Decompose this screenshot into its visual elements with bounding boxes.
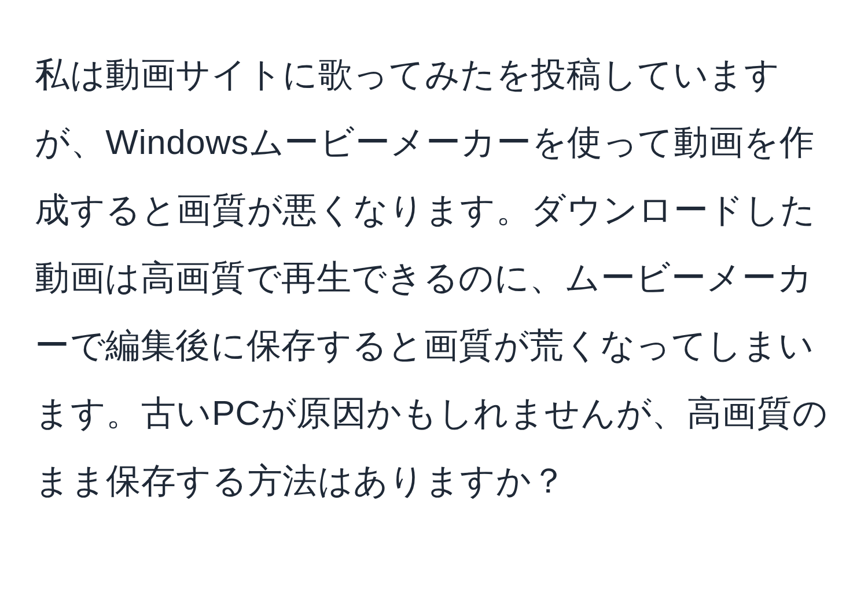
document-body-text: 私は動画サイトに歌ってみたを投稿していますが、Windowsムービーメーカーを使… bbox=[35, 41, 833, 515]
